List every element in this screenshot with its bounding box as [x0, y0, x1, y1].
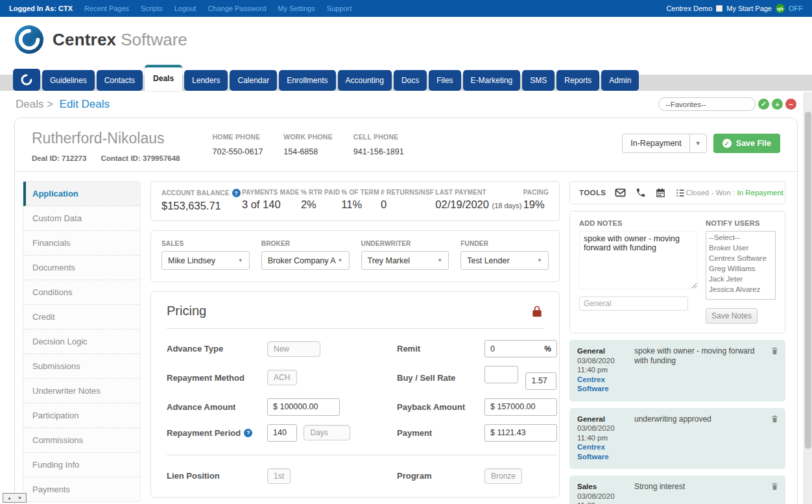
scroll-down-icon[interactable] [18, 496, 22, 500]
favorites-add-icon[interactable] [772, 99, 783, 110]
favorites-apply-icon[interactable] [758, 99, 769, 110]
notify-option[interactable]: Greg Williams [709, 263, 775, 274]
payment-input[interactable]: $ 1121.43 [484, 424, 557, 442]
sidebar-item-submissions[interactable]: Submissions [23, 354, 140, 379]
topbar-link-scripts[interactable]: Scripts [141, 5, 163, 12]
sidebar-item-application[interactable]: Application [23, 182, 140, 206]
breadcrumb: Deals > Edit Deals [16, 98, 110, 111]
help-icon[interactable] [232, 189, 241, 197]
tab-deals[interactable]: Deals [145, 65, 182, 91]
repayment-period-input[interactable]: 140 [267, 424, 297, 442]
advance-amount-label: Advance Amount [167, 402, 267, 412]
tab-guidelines[interactable]: Guidelines [42, 70, 95, 91]
tab-lenders[interactable]: Lenders [184, 70, 228, 91]
save-file-button[interactable]: Save File [713, 134, 780, 153]
trash-icon[interactable] [770, 346, 779, 358]
sidebar-item-conditions[interactable]: Conditions [23, 280, 140, 305]
trash-icon[interactable] [770, 481, 779, 494]
funder-select[interactable]: Test Lender [460, 251, 549, 270]
sales-select[interactable]: Mike Lindsey [161, 251, 250, 270]
sales-field: SALES Mike Lindsey [161, 240, 250, 270]
start-page-label: My Start Page [726, 5, 772, 12]
notify-option[interactable]: Centrex Software [709, 253, 775, 263]
payback-amount-input[interactable]: $ 157000.00 [484, 398, 557, 416]
deal-status-select[interactable]: In-Repayment [622, 134, 707, 153]
scroll-up-icon[interactable] [7, 496, 12, 500]
sidebar-item-credit[interactable]: Credit [23, 305, 140, 330]
quickbooks-toggle[interactable]: OFF [789, 5, 803, 12]
chevron-down-icon[interactable] [689, 134, 706, 152]
tools-panel: TOOLS [569, 181, 785, 204]
advance-amount-input[interactable]: $ 100000.00 [267, 398, 340, 416]
page-scrollbar-thumb[interactable] [805, 112, 811, 449]
remit-input[interactable]: 0% [484, 340, 557, 357]
tab-e-marketing[interactable]: E-Marketing [463, 70, 521, 91]
topbar-link-change-password[interactable]: Change Password [208, 5, 266, 12]
email-icon[interactable] [615, 188, 626, 197]
favorites-remove-icon[interactable] [785, 99, 796, 110]
funder-field: FUNDER Test Lender [460, 240, 549, 270]
favorites-select[interactable]: --Favorites-- [658, 97, 756, 111]
tab-files[interactable]: Files [429, 70, 460, 91]
sell-rate-input[interactable]: 1.57 [525, 372, 556, 390]
start-page-checkbox[interactable] [716, 5, 722, 12]
tab-sms[interactable]: SMS [522, 70, 555, 91]
save-notes-button[interactable]: Save Notes [706, 308, 758, 324]
sidebar-item-financials[interactable]: Financials [23, 231, 140, 256]
stat-account-balance: ACCOUNT BALANCE $153,635.71 [161, 189, 241, 212]
trash-icon[interactable] [770, 414, 779, 426]
topbar-link-recent-pages[interactable]: Recent Pages [84, 5, 129, 12]
note-category-input[interactable] [579, 296, 688, 311]
notify-option[interactable]: Jack Jeter [709, 274, 775, 284]
account-name: Centrex Demo [666, 5, 712, 12]
task-list-icon[interactable] [675, 188, 686, 198]
tab-admin[interactable]: Admin [601, 70, 639, 91]
note-author-link[interactable]: Centrex Software [577, 442, 628, 461]
page-scrollbar-track[interactable] [804, 92, 812, 504]
sidebar-item-documents[interactable]: Documents [23, 256, 140, 280]
topbar-link-my-settings[interactable]: My Settings [278, 5, 315, 12]
sidebar-item-custom-data[interactable]: Custom Data [23, 206, 140, 231]
home-swirl-icon [19, 72, 34, 88]
notify-option[interactable]: Jessica Alvarez [709, 284, 775, 294]
tab-enrollments[interactable]: Enrollments [279, 70, 335, 91]
note-author-link[interactable]: Centrex Software [577, 375, 628, 394]
underwriter-select[interactable]: Trey Markel [361, 251, 449, 270]
sidebar-item-funding-info[interactable]: Funding Info [23, 453, 140, 477]
calendar-icon[interactable] [656, 187, 665, 198]
topbar-link-logout[interactable]: Logout [174, 5, 197, 12]
scroll-pager-widget [3, 493, 27, 503]
lock-icon[interactable] [531, 305, 543, 318]
sidebar-item-decision-logic[interactable]: Decision Logic [23, 330, 140, 354]
notify-option[interactable]: Broker User [709, 243, 775, 253]
sidebar-item-payments[interactable]: Payments [23, 477, 140, 501]
centrex-logo-icon [14, 25, 44, 54]
sidebar-item-commissions[interactable]: Commissions [23, 428, 140, 453]
tab-reports[interactable]: Reports [556, 70, 599, 91]
notify-users-label: NOTIFY USERS [706, 219, 776, 227]
help-icon[interactable] [244, 429, 252, 437]
tab-contacts[interactable]: Contacts [97, 70, 143, 91]
tab-calendar[interactable]: Calendar [230, 70, 277, 91]
tab-home[interactable] [13, 69, 40, 91]
notify-option[interactable]: --Select-- [709, 232, 775, 243]
note-category: General [577, 414, 628, 424]
broker-select[interactable]: Broker Company A [261, 251, 350, 270]
chevron-down-icon [338, 258, 343, 263]
tab-accounting[interactable]: Accounting [338, 70, 392, 91]
sidebar-item-participation[interactable]: Participation [23, 403, 140, 428]
program-label: Program [397, 471, 484, 481]
tab-docs[interactable]: Docs [394, 70, 427, 91]
work-phone: WORK PHONE 154-6858 [283, 133, 333, 156]
notify-users-list[interactable]: --Select-- Broker User Centrex Software … [706, 231, 776, 300]
underwriter-field: UNDERWRITER Trey Markel [361, 240, 449, 270]
quickbooks-icon[interactable]: qb [776, 4, 785, 13]
sidebar-item-underwriter-notes[interactable]: Underwriter Notes [23, 379, 140, 403]
buy-rate-input[interactable] [484, 366, 518, 383]
phone-icon[interactable] [636, 187, 646, 198]
payback-amount-label: Payback Amount [397, 402, 484, 412]
add-notes-textarea[interactable]: spoke with owner - moving forward with f… [579, 231, 698, 289]
breadcrumb-deals[interactable]: Deals > [16, 98, 53, 110]
topbar-link-support[interactable]: Support [327, 5, 352, 12]
note-entry: Sales 03/08/2020 11:39 pm Centrex Softwa… [569, 475, 785, 504]
